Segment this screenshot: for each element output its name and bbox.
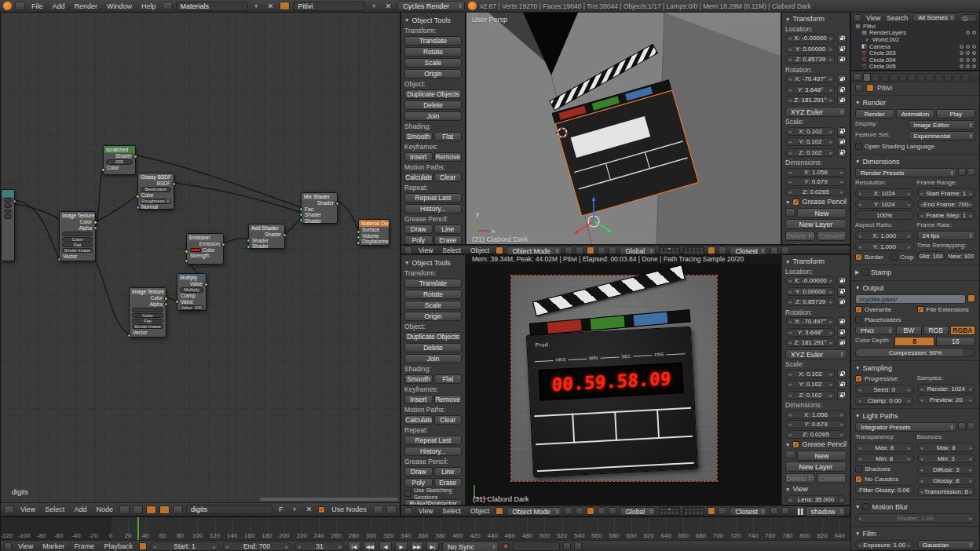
diffuse-bounces-field[interactable]: Diffuse: 3 — [917, 465, 976, 474]
search-input[interactable] — [960, 14, 977, 22]
snap-element-select[interactable]: Closest — [730, 507, 767, 516]
color-space-select[interactable]: Color — [132, 313, 163, 319]
scale-button[interactable]: Scale — [404, 58, 462, 68]
render-anim-icon[interactable] — [781, 246, 789, 254]
scale-y-field[interactable]: Y: 0.102 — [785, 380, 836, 389]
node-group-scratched[interactable]: scratched Shader 003 Color — [103, 145, 136, 175]
glossy-bounces-field[interactable]: Glossy: 8 — [917, 476, 976, 485]
keyframe-insert-icon[interactable] — [563, 542, 571, 550]
node-editor-canvas[interactable]: scratched Shader 003 Color Glossy BSDF B… — [1, 13, 400, 502]
placeholders-checkbox[interactable] — [855, 316, 862, 323]
gp-convert-button[interactable]: Convert — [817, 473, 847, 483]
rotation-mode-select[interactable]: XYZ Euler — [785, 107, 847, 117]
resolution-y-field[interactable]: Y: 1024 — [855, 199, 914, 209]
jump-to-start-button[interactable]: |◀ — [348, 542, 360, 551]
rgba-button[interactable]: RGBA — [950, 326, 975, 335]
scale-button[interactable]: Scale — [404, 301, 462, 310]
menu-render[interactable]: Render — [71, 2, 101, 10]
operation-select[interactable]: Multiply — [180, 287, 203, 293]
preset-remove-icon[interactable] — [967, 168, 975, 176]
duplicate-button[interactable]: Duplicate Objects — [404, 332, 462, 341]
source-select[interactable]: Single Image — [132, 324, 163, 330]
proportional-edit-icon[interactable] — [719, 507, 726, 515]
rgb-button[interactable]: RGB — [923, 326, 949, 335]
material-unlink-button[interactable]: ✕ — [303, 505, 316, 513]
rotation-z-field[interactable]: Z: 181.291° — [785, 338, 836, 347]
folder-icon[interactable] — [967, 294, 975, 302]
dimension-y-field[interactable]: Y: 0.679 — [785, 420, 847, 429]
menu-object[interactable]: Object — [467, 246, 493, 254]
screen-layout-field[interactable]: Materials — [176, 2, 248, 11]
smooth-button[interactable]: Smooth — [404, 132, 433, 141]
manipulator-scale-icon[interactable] — [609, 246, 616, 254]
tab-scene-icon[interactable] — [881, 73, 889, 82]
bounces-min-field[interactable]: Min: 3 — [917, 454, 976, 463]
display-mode-select[interactable]: All Scenes — [912, 13, 956, 22]
border-checkbox[interactable] — [855, 254, 862, 261]
render-presets-select[interactable]: Render Presets — [855, 168, 956, 177]
tab-constraints-icon[interactable] — [908, 73, 916, 82]
bounces-max-field[interactable]: Max: 8 — [917, 443, 976, 452]
image-datablock[interactable] — [62, 232, 93, 237]
outliner-row-world[interactable]: ◐ World.002 — [851, 36, 979, 43]
resolution-x-field[interactable]: X: 1024 — [855, 188, 914, 198]
editor-type-icon[interactable] — [404, 246, 412, 254]
layers-grid[interactable] — [683, 507, 704, 516]
node-title[interactable]: scratched — [104, 146, 135, 153]
play-reverse-button[interactable]: ◀ — [379, 542, 392, 551]
color-space-select[interactable]: Color — [62, 237, 93, 243]
menu-frame[interactable]: Frame — [71, 542, 97, 550]
gp-new-button[interactable]: New — [797, 451, 847, 461]
dimension-z-field[interactable]: Z: 0.0265 — [785, 430, 847, 439]
scale-x-field[interactable]: X: 0.102 — [785, 127, 836, 136]
socket-shader-in[interactable] — [247, 239, 250, 243]
manipulator-rotate-icon[interactable] — [598, 507, 605, 515]
node-title[interactable]: Emission — [187, 234, 223, 241]
join-button[interactable]: Join — [404, 354, 462, 363]
layout-close-button[interactable]: ✕ — [265, 2, 277, 10]
lock-icon[interactable] — [837, 391, 847, 400]
flat-button[interactable]: Flat — [434, 132, 463, 141]
tab-texture-icon[interactable] — [944, 73, 952, 82]
node-glossy-bsdf[interactable]: Glossy BSDF BSDF Beckmann Color Roughnes… — [137, 173, 174, 210]
next-keyframe-button[interactable]: ▶▶ — [411, 542, 423, 551]
selectability-icon[interactable] — [966, 51, 970, 55]
current-frame-field[interactable]: 31 — [294, 542, 345, 551]
layout-add-button[interactable]: + — [251, 2, 261, 10]
menu-select[interactable]: Select — [42, 505, 68, 513]
node-material-output[interactable]: Material Output Surface Volume Displacem… — [358, 219, 389, 246]
menu-select[interactable]: Select — [439, 507, 464, 515]
editor-type-icon[interactable] — [854, 73, 861, 81]
orientation-select[interactable]: Global — [620, 246, 656, 255]
remap-old-field[interactable]: Old: 100 — [917, 251, 945, 261]
view-panel-title[interactable]: View — [792, 485, 807, 493]
preset-add-icon[interactable] — [958, 168, 966, 176]
socket-normal-in[interactable] — [136, 206, 140, 210]
preview-range-icon[interactable] — [139, 542, 147, 550]
gp-new-button[interactable]: New — [797, 208, 847, 218]
socket-color-in[interactable] — [101, 168, 105, 172]
transparency-max-field[interactable]: Max: 8 — [855, 443, 914, 452]
history-button[interactable]: History... — [404, 204, 462, 213]
shader-type-icon[interactable] — [119, 505, 130, 514]
menu-add[interactable]: Add — [49, 2, 68, 10]
rotation-x-field[interactable]: X: -70.497° — [785, 75, 836, 83]
scene-field[interactable]: Pitivi — [293, 2, 365, 11]
transmission-bounces-field[interactable]: Transmission: 8 — [917, 487, 976, 496]
lock-icon[interactable] — [837, 328, 847, 338]
socket-value-out[interactable] — [204, 283, 208, 286]
render-visibility-icon[interactable] — [972, 45, 976, 49]
end-frame-field[interactable]: End: 700 — [222, 542, 291, 551]
socket-alpha-out[interactable] — [164, 302, 168, 306]
panel-title[interactable]: Object Tools — [411, 16, 450, 24]
lock-icon[interactable] — [837, 86, 847, 95]
ruler-button[interactable]: Ruler/Protractor — [404, 499, 462, 505]
screen-layout-icon[interactable] — [163, 2, 173, 10]
mode-select[interactable]: Object Mode — [506, 246, 561, 255]
gp-draw-button[interactable]: Draw — [404, 224, 433, 234]
scale-z-field[interactable]: Z: 0.102 — [785, 148, 836, 157]
socket-color-in[interactable] — [185, 250, 188, 254]
keyframe-delete-icon[interactable] — [574, 542, 582, 550]
file-format-select[interactable]: PNG — [855, 326, 894, 335]
end-frame-field[interactable]: End Frame: 700 — [917, 199, 976, 209]
